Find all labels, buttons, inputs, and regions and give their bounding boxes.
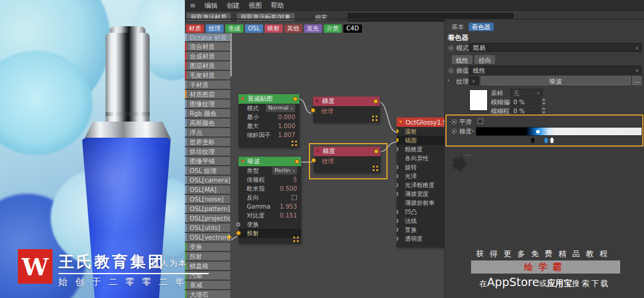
- param-value[interactable]: 1.000: [278, 123, 295, 129]
- input-port[interactable]: [397, 192, 398, 196]
- node-gradient-1[interactable]: ▼ 梯度 纹理: [313, 97, 380, 123]
- node-octglossy-header[interactable]: ▼ OctGlossy1.9: [397, 117, 444, 127]
- list-item[interactable]: OSL[utils]: [185, 224, 230, 232]
- menu-edit[interactable]: 编辑: [205, 1, 218, 10]
- list-item[interactable]: OSL[MA]: [185, 185, 230, 194]
- list-item[interactable]: 图像纹理: [185, 100, 230, 108]
- list-item[interactable]: OSL[vectron]: [185, 233, 230, 241]
- blur-amount-stepper[interactable]: [541, 107, 546, 114]
- input-port[interactable]: [397, 237, 398, 241]
- node-gradient-2[interactable]: ▼ 梯度 纹理: [314, 147, 380, 173]
- interp-radio[interactable]: [448, 68, 454, 73]
- list-item[interactable]: Rgb 颜色: [185, 109, 230, 117]
- input-port[interactable]: [397, 129, 399, 134]
- param-value[interactable]: 1.953: [280, 203, 297, 210]
- input-port[interactable]: [236, 222, 240, 226]
- list-item[interactable]: OSL[noise]: [185, 195, 230, 203]
- linear-button[interactable]: 线性: [452, 55, 472, 64]
- input-port[interactable]: [397, 165, 398, 169]
- input-port[interactable]: [397, 228, 398, 232]
- tab-mapping[interactable]: 映射: [265, 24, 283, 33]
- menu-create[interactable]: 创建: [227, 1, 240, 10]
- param-value[interactable]: 5: [293, 176, 297, 183]
- node-noise-header[interactable]: ▼ 噪波: [239, 157, 301, 166]
- list-item[interactable]: OSL 纹理: [185, 166, 230, 175]
- expand-icon[interactable]: [293, 237, 299, 242]
- type-dropdown[interactable]: Perlin ∨: [273, 167, 297, 175]
- texture-mini-dropdown[interactable]: ∨: [469, 76, 479, 85]
- list-item[interactable]: 材质图层: [185, 90, 230, 98]
- menu-view[interactable]: 视图: [249, 1, 262, 10]
- blur-amount-field[interactable]: 0 %: [510, 107, 540, 114]
- list-item[interactable]: 投射: [185, 252, 230, 260]
- tab-osl[interactable]: OSL: [245, 24, 263, 33]
- get-active-tag-button[interactable]: 获取激活标签/对象: [237, 13, 295, 21]
- list-item[interactable]: 世界坐标: [185, 138, 230, 146]
- tab-shader[interactable]: 着色器: [469, 23, 494, 31]
- param-value[interactable]: 0.000: [278, 114, 295, 120]
- node-falloff-header[interactable]: ▼ 衰减贴图: [239, 94, 299, 104]
- get-active-material-button[interactable]: 获取激活材质: [187, 13, 231, 21]
- ramp-knot[interactable]: [536, 130, 540, 134]
- gradient-chevron-icon[interactable]: ›: [472, 128, 474, 134]
- collapse-triangle-icon[interactable]: ▼: [316, 149, 319, 154]
- help-pinwheel-icon[interactable]: HELP: [450, 152, 473, 173]
- tab-other[interactable]: 其他: [284, 24, 302, 33]
- gradient-ramp[interactable]: [476, 127, 642, 136]
- node-noise[interactable]: ▼ 噪波 类型 Perlin ∨ 倍频程 5 欧米茄 0.500 反向 Gamm…: [239, 157, 301, 244]
- node-canvas[interactable]: ▼ 衰减贴图 模式 Normal ∨ 最小 0.000 最大 1.000 倾斜因…: [231, 33, 444, 298]
- param-value[interactable]: 1.807: [278, 132, 295, 138]
- ramp-marker-blue[interactable]: [544, 137, 548, 143]
- input-port[interactable]: [236, 231, 241, 235]
- collapse-triangle-icon[interactable]: ▼: [399, 120, 402, 125]
- list-item[interactable]: 合成材质: [185, 52, 230, 60]
- tab-generate[interactable]: 生成: [225, 24, 243, 33]
- texture-preview-swatch[interactable]: [469, 89, 488, 111]
- node-octglossy[interactable]: ▼ OctGlossy1.9 漫射 镜面 粗糙度 各向异性 旋转 光泽 光泽粗糙…: [397, 117, 444, 247]
- ramp-knot[interactable]: [547, 130, 551, 134]
- node-falloff[interactable]: ▼ 衰减贴图 模式 Normal ∨ 最小 0.000 最大 1.000 倾斜因…: [239, 94, 299, 148]
- param-value[interactable]: 0.500: [280, 185, 297, 192]
- input-port[interactable]: [311, 158, 316, 163]
- list-item[interactable]: OSL[projection]: [185, 214, 230, 222]
- smooth-radio[interactable]: [451, 119, 457, 125]
- list-item[interactable]: 混合材质: [185, 42, 230, 51]
- input-port[interactable]: [397, 183, 398, 187]
- sample-select[interactable]: 无∨: [510, 89, 543, 97]
- texture-button[interactable]: 噪波: [481, 76, 631, 85]
- expand-icon[interactable]: [292, 141, 297, 146]
- list-item[interactable]: 棋盘格: [185, 262, 230, 270]
- list-item[interactable]: 图像平铺: [185, 157, 230, 165]
- input-port[interactable]: [397, 210, 398, 214]
- radial-button[interactable]: 径向: [475, 55, 495, 64]
- list-scrollbar[interactable]: [230, 33, 232, 76]
- param-value[interactable]: 0.151: [280, 212, 297, 219]
- list-item[interactable]: 烘培纹理: [185, 147, 230, 156]
- expand-icon[interactable]: [373, 166, 378, 171]
- collapse-triangle-icon[interactable]: ▼: [241, 97, 244, 101]
- list-item[interactable]: 子材质: [185, 80, 230, 89]
- list-item[interactable]: OSL[pattern]: [185, 204, 230, 213]
- texture-more-button[interactable]: ...: [632, 76, 642, 85]
- list-item[interactable]: 图层材质: [185, 61, 230, 70]
- collapse-triangle-icon[interactable]: ▼: [315, 99, 318, 104]
- list-item[interactable]: 毛发材质: [185, 71, 230, 79]
- output-port[interactable]: [293, 97, 298, 101]
- tab-c4d[interactable]: C4D: [343, 24, 362, 33]
- invert-checkbox[interactable]: [292, 195, 297, 200]
- list-item[interactable]: Octane 材质: [185, 33, 230, 41]
- smooth-checkbox[interactable]: [478, 119, 483, 124]
- collapse-triangle-icon[interactable]: ▼: [241, 159, 244, 164]
- list-item[interactable]: OSL[camera]: [185, 176, 230, 184]
- ramp-marker-black[interactable]: [531, 137, 535, 143]
- node-gradient2-header[interactable]: ▼ 梯度: [314, 147, 380, 156]
- input-port[interactable]: [311, 108, 315, 113]
- list-item[interactable]: 浮点: [185, 128, 230, 136]
- output-port[interactable]: [374, 149, 379, 154]
- tab-texture[interactable]: 纹理: [206, 24, 224, 33]
- input-port[interactable]: [397, 219, 398, 223]
- output-port[interactable]: [295, 159, 299, 164]
- blur-offset-field[interactable]: 0 %: [510, 98, 540, 105]
- input-port[interactable]: [397, 147, 398, 151]
- list-item[interactable]: 大理石: [185, 290, 230, 298]
